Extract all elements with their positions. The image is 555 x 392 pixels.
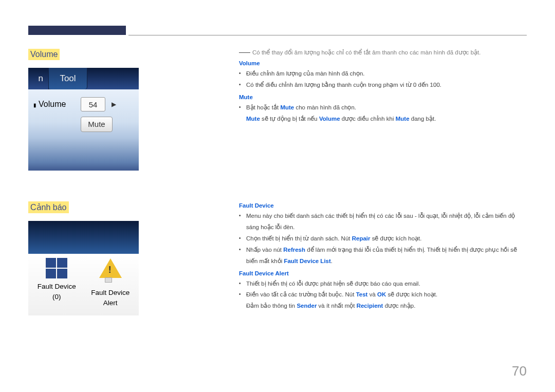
kw-volume-n: Volume: [319, 116, 340, 122]
subheading-fault-device: Fault Device: [239, 202, 527, 209]
kw-test: Test: [356, 291, 368, 297]
fault-device-alert-label-line2: Alert: [85, 298, 136, 308]
grid-icon: [46, 258, 67, 278]
page-number: 70: [512, 363, 527, 379]
kw-recipient: Recipient: [357, 303, 383, 309]
header-divider: [128, 35, 527, 35]
section-title-warning: Cảnh báo: [28, 201, 69, 213]
kw-fault-device-list: Fault Device List: [284, 258, 330, 264]
mute-note-p2: sẽ tự động bị tắt nếu: [260, 116, 319, 122]
volume-row: Volume 54 ▶: [31, 97, 136, 111]
warning-header-bar: [28, 221, 139, 254]
fault-device-alert-bullets: Thiết bị hiển thị có lỗi được phát hiện …: [239, 278, 527, 312]
volume-note: Có thể thay đổi âm lượng hoặc chỉ có thể…: [239, 49, 527, 56]
right-column: Có thể thay đổi âm lượng hoặc chỉ có thể…: [193, 49, 527, 315]
volume-bullets: Điều chỉnh âm lượng của màn hình đã chọn…: [239, 68, 527, 91]
subheading-volume: Volume: [239, 60, 527, 66]
mute-bullet-1-a: Bật hoặc tắt: [246, 104, 280, 110]
volume-ui-screenshot: n Tool Volume 54 ▶ Mute: [28, 68, 139, 171]
fd-bullet-1: Menu này cho biết danh sách các thiết bị…: [246, 211, 527, 233]
volume-bullet-1: Điều chỉnh âm lượng của màn hình đã chọn…: [246, 68, 527, 80]
fd-b2-b: sẽ được kích hoạt.: [370, 235, 421, 241]
fd-b3-c: .: [331, 258, 332, 264]
fault-device-bullets: Menu này cho biết danh sách các thiết bị…: [239, 211, 527, 267]
fd-b3-a: Nhấp vào nút: [246, 247, 283, 253]
tab-n[interactable]: n: [28, 68, 49, 89]
fda-b2-mid: và: [367, 291, 377, 297]
fault-device-label-line2: (0): [31, 292, 82, 302]
warning-ui-screenshot: Fault Device (0) Fault Device Alert: [28, 221, 139, 315]
fda-bullet-2: Điền vào tất cả các trường bắt buộc. Nút…: [246, 289, 527, 312]
fda-l2-b: được nhập.: [383, 303, 415, 309]
volume-label: Volume: [31, 100, 78, 109]
mute-bullets: Bật hoặc tắt Mute cho màn hình đã chọn. …: [239, 102, 527, 125]
volume-increase-arrow-icon[interactable]: ▶: [108, 101, 119, 108]
subheading-fault-device-alert: Fault Device Alert: [239, 270, 527, 276]
kw-repair: Repair: [352, 235, 371, 241]
kw-ok: OK: [377, 291, 386, 297]
volume-value-input[interactable]: 54: [81, 97, 105, 111]
fda-l2-a: Đảm bảo thông tin: [246, 303, 297, 309]
fault-device-label-line1: Fault Device: [31, 282, 82, 292]
fd-b2-a: Chọn thiết bị hiển thị từ danh sách. Nút: [246, 235, 352, 241]
fault-device-item[interactable]: Fault Device (0): [31, 258, 82, 313]
tool-tab-header: n Tool: [28, 68, 139, 89]
kw-mute: Mute: [280, 104, 294, 110]
warning-triangle-icon: [99, 258, 122, 278]
content-area: Volume n Tool Volume 54 ▶ Mute Cảnh báo: [28, 49, 527, 315]
fda-l2-mid: và ít nhất một: [317, 303, 356, 309]
volume-note-text: Có thể thay đổi âm lượng hoặc chỉ có thể…: [252, 49, 481, 55]
fda-bullet-1: Thiết bị hiển thị có lỗi được phát hiện …: [246, 278, 527, 290]
mute-note-p4: được điều chỉnh khi: [340, 116, 396, 122]
tool-body: Volume 54 ▶ Mute: [28, 89, 139, 171]
fault-device-alert-item[interactable]: Fault Device Alert: [85, 258, 136, 313]
mute-note-p6: đang bật.: [410, 116, 436, 122]
volume-bullet-2: Có thể điều chỉnh âm lượng bằng thanh cu…: [246, 80, 527, 91]
fda-b2-b: sẽ được kích hoạt.: [386, 291, 437, 297]
mute-bullet-1-b: cho màn hình đã chọn.: [294, 104, 356, 110]
tab-tool[interactable]: Tool: [49, 68, 87, 89]
kw-mute-n1: Mute: [246, 116, 260, 122]
left-column: Volume n Tool Volume 54 ▶ Mute Cảnh báo: [28, 49, 193, 315]
warning-body: Fault Device (0) Fault Device Alert: [28, 254, 139, 315]
fda-b2-a: Điền vào tất cả các trường bắt buộc. Nút: [246, 291, 356, 297]
envelope-icon: [105, 277, 112, 283]
section-title-volume: Volume: [28, 49, 60, 60]
kw-refresh: Refresh: [283, 247, 305, 253]
subheading-mute: Mute: [239, 94, 527, 100]
kw-sender: Sender: [297, 303, 317, 309]
mute-button[interactable]: Mute: [81, 117, 113, 132]
kw-mute-n2: Mute: [396, 116, 410, 122]
fd-bullet-2: Chọn thiết bị hiển thị từ danh sách. Nút…: [246, 233, 527, 245]
header-accent-bar: [28, 26, 126, 35]
mute-bullet-1: Bật hoặc tắt Mute cho màn hình đã chọn. …: [246, 102, 527, 125]
fault-device-alert-label-line1: Fault Device: [85, 288, 136, 298]
dash-icon: [239, 52, 250, 53]
fd-bullet-3: Nhấp vào nút Refresh để làm mới trạng th…: [246, 245, 527, 267]
